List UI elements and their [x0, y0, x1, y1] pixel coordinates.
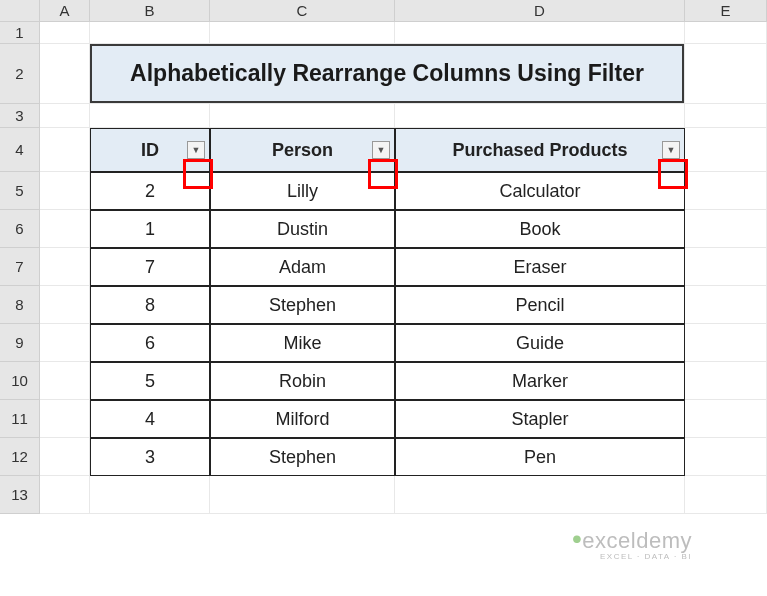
table-header-id[interactable]: ID ▼ [90, 128, 210, 172]
row-header-13[interactable]: 13 [0, 476, 40, 514]
table-cell[interactable]: Eraser [395, 248, 685, 286]
table-cell[interactable]: 5 [90, 362, 210, 400]
table-cell[interactable]: Mike [210, 324, 395, 362]
filter-button-person[interactable]: ▼ [372, 141, 390, 159]
cell-E12[interactable] [685, 438, 767, 476]
row-header-8[interactable]: 8 [0, 286, 40, 324]
table-cell[interactable]: Calculator [395, 172, 685, 210]
cell-A2[interactable] [40, 44, 90, 104]
col-header-C[interactable]: C [210, 0, 395, 22]
cell-A7[interactable] [40, 248, 90, 286]
cell-E3[interactable] [685, 104, 767, 128]
cell-A1[interactable] [40, 22, 90, 44]
watermark-logo: •exceldemy [572, 528, 692, 554]
cell-E10[interactable] [685, 362, 767, 400]
row-header-9[interactable]: 9 [0, 324, 40, 362]
cell-D13[interactable] [395, 476, 685, 514]
cell-A13[interactable] [40, 476, 90, 514]
cell-B13[interactable] [90, 476, 210, 514]
col-header-B[interactable]: B [90, 0, 210, 22]
cell-A10[interactable] [40, 362, 90, 400]
filter-button-id[interactable]: ▼ [187, 141, 205, 159]
cell-A12[interactable] [40, 438, 90, 476]
table-cell[interactable]: 7 [90, 248, 210, 286]
watermark: •exceldemy EXCEL · DATA · BI [572, 528, 692, 561]
table-cell[interactable]: 4 [90, 400, 210, 438]
table-cell[interactable]: Dustin [210, 210, 395, 248]
table-cell[interactable]: 3 [90, 438, 210, 476]
col-header-E[interactable]: E [685, 0, 767, 22]
cell-E13[interactable] [685, 476, 767, 514]
table-cell[interactable]: Book [395, 210, 685, 248]
table-cell[interactable]: Stapler [395, 400, 685, 438]
row-header-6[interactable]: 6 [0, 210, 40, 248]
cell-A3[interactable] [40, 104, 90, 128]
spreadsheet-grid: A B C D E 1 2 Alphabetically Rearrange C… [0, 0, 767, 514]
cell-A8[interactable] [40, 286, 90, 324]
title-box: Alphabetically Rearrange Columns Using F… [90, 44, 684, 103]
table-cell[interactable]: Pencil [395, 286, 685, 324]
table-cell[interactable]: Pen [395, 438, 685, 476]
cell-B3[interactable] [90, 104, 210, 128]
cell-E4[interactable] [685, 128, 767, 172]
row-header-12[interactable]: 12 [0, 438, 40, 476]
title-text: Alphabetically Rearrange Columns Using F… [130, 60, 644, 87]
table-cell[interactable]: Stephen [210, 286, 395, 324]
table-cell[interactable]: Adam [210, 248, 395, 286]
row-header-7[interactable]: 7 [0, 248, 40, 286]
col-header-A[interactable]: A [40, 0, 90, 22]
cell-E8[interactable] [685, 286, 767, 324]
row-header-11[interactable]: 11 [0, 400, 40, 438]
cell-E11[interactable] [685, 400, 767, 438]
table-cell[interactable]: Stephen [210, 438, 395, 476]
cell-C3[interactable] [210, 104, 395, 128]
filter-button-products[interactable]: ▼ [662, 141, 680, 159]
header-label: Purchased Products [452, 140, 627, 161]
cell-D1[interactable] [395, 22, 685, 44]
cell-A6[interactable] [40, 210, 90, 248]
cell-C13[interactable] [210, 476, 395, 514]
row-header-2[interactable]: 2 [0, 44, 40, 104]
table-header-person[interactable]: Person ▼ [210, 128, 395, 172]
cell-D3[interactable] [395, 104, 685, 128]
title-merged-cell[interactable]: Alphabetically Rearrange Columns Using F… [90, 44, 685, 104]
cell-E9[interactable] [685, 324, 767, 362]
row-header-5[interactable]: 5 [0, 172, 40, 210]
table-cell[interactable]: Milford [210, 400, 395, 438]
row-header-10[interactable]: 10 [0, 362, 40, 400]
col-header-D[interactable]: D [395, 0, 685, 22]
cell-A4[interactable] [40, 128, 90, 172]
table-cell[interactable]: Marker [395, 362, 685, 400]
chevron-down-icon: ▼ [667, 145, 676, 155]
table-cell[interactable]: Lilly [210, 172, 395, 210]
cell-E5[interactable] [685, 172, 767, 210]
cell-A11[interactable] [40, 400, 90, 438]
cell-A5[interactable] [40, 172, 90, 210]
chevron-down-icon: ▼ [192, 145, 201, 155]
header-label: Person [272, 140, 333, 161]
table-cell[interactable]: 6 [90, 324, 210, 362]
row-header-1[interactable]: 1 [0, 22, 40, 44]
table-cell[interactable]: 2 [90, 172, 210, 210]
chevron-down-icon: ▼ [377, 145, 386, 155]
table-cell[interactable]: 1 [90, 210, 210, 248]
row-header-3[interactable]: 3 [0, 104, 40, 128]
row-header-4[interactable]: 4 [0, 128, 40, 172]
table-cell[interactable]: 8 [90, 286, 210, 324]
cell-E6[interactable] [685, 210, 767, 248]
table-cell[interactable]: Guide [395, 324, 685, 362]
cell-E2[interactable] [685, 44, 767, 104]
cell-E7[interactable] [685, 248, 767, 286]
table-header-products[interactable]: Purchased Products ▼ [395, 128, 685, 172]
table-cell[interactable]: Robin [210, 362, 395, 400]
cell-B1[interactable] [90, 22, 210, 44]
header-label: ID [141, 140, 159, 161]
cell-C1[interactable] [210, 22, 395, 44]
select-all-corner[interactable] [0, 0, 40, 22]
cell-A9[interactable] [40, 324, 90, 362]
cell-E1[interactable] [685, 22, 767, 44]
